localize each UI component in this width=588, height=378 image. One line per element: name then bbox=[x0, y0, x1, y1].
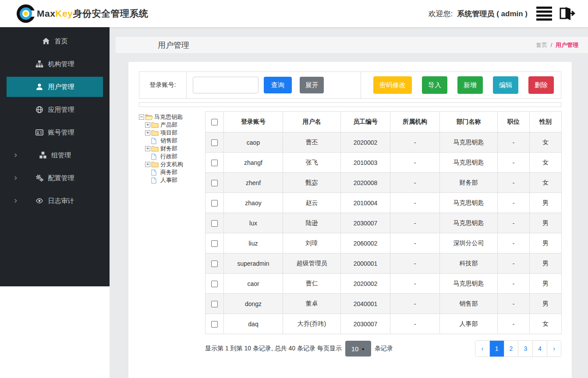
next-page-button[interactable]: › bbox=[547, 341, 561, 357]
tree-spacer bbox=[145, 138, 150, 143]
main-content: 用户管理 首页 / 用户管理 登录账号: 查询 展开 密码修改导入新增编辑删除 bbox=[110, 27, 588, 378]
login-account-input[interactable] bbox=[193, 77, 259, 93]
tree-expander-plus-icon[interactable]: + bbox=[145, 146, 150, 151]
sidebar-item-label: 账号管理 bbox=[48, 128, 74, 137]
tree-node-label[interactable]: 项目部 bbox=[160, 129, 177, 137]
tree-node[interactable]: 商务部 bbox=[139, 168, 205, 176]
tree-expander-plus-icon[interactable]: + bbox=[145, 122, 150, 128]
expand-button[interactable]: 展开 bbox=[300, 77, 324, 93]
organization-tree: −马克思钥匙+产品部+项目部销售部+财务部行政部+分支机构商务部人事部 bbox=[139, 111, 205, 357]
column-header: 员工编号 bbox=[341, 112, 390, 132]
row-checkbox[interactable] bbox=[211, 139, 218, 146]
page-button-4[interactable]: 4 bbox=[532, 341, 547, 357]
row-checkbox[interactable] bbox=[211, 180, 218, 186]
table-cell: dongz bbox=[224, 294, 283, 314]
row-checkbox[interactable] bbox=[211, 160, 218, 166]
prev-page-button[interactable]: ‹ bbox=[475, 341, 489, 357]
cubes-icon bbox=[39, 151, 47, 160]
tree-node-label[interactable]: 销售部 bbox=[160, 137, 177, 145]
breadcrumb-home-link[interactable]: 首页 bbox=[536, 42, 547, 48]
tree-expander-minus-icon[interactable]: − bbox=[139, 114, 144, 120]
table-cell: 科技部 bbox=[440, 253, 498, 274]
tree-expander-plus-icon[interactable]: + bbox=[145, 130, 150, 136]
tree-node-label[interactable]: 产品部 bbox=[160, 121, 177, 129]
table-cell: 男 bbox=[530, 294, 562, 314]
table-cell: zhenf bbox=[224, 173, 283, 193]
logout-icon[interactable] bbox=[557, 4, 576, 23]
column-header: 职位 bbox=[498, 112, 530, 132]
tree-expander-plus-icon[interactable]: + bbox=[145, 162, 150, 167]
tree-node-label[interactable]: 行政部 bbox=[160, 153, 177, 160]
table-cell: - bbox=[390, 213, 440, 233]
sidebar-item-7[interactable]: 日志审计 bbox=[7, 191, 103, 211]
row-checkbox[interactable] bbox=[211, 281, 218, 287]
sidebar-item-4[interactable]: 账号管理 bbox=[7, 122, 103, 143]
user-icon bbox=[35, 83, 44, 91]
table-cell: 2030007 bbox=[341, 314, 390, 334]
row-checkbox[interactable] bbox=[211, 240, 218, 247]
tree-node[interactable]: +项目部 bbox=[139, 129, 205, 137]
page-button-1[interactable]: 1 bbox=[489, 341, 504, 357]
table-cell: - bbox=[498, 314, 530, 334]
tree-node-label[interactable]: 马克思钥匙 bbox=[154, 113, 183, 121]
row-checkbox[interactable] bbox=[211, 301, 218, 307]
menu-toggle-icon[interactable] bbox=[536, 7, 552, 21]
table-cell: 深圳分公司 bbox=[440, 233, 498, 253]
table-cell: 2020008 bbox=[341, 173, 390, 193]
action-button-warning[interactable]: 密码修改 bbox=[373, 76, 412, 94]
row-checkbox[interactable] bbox=[211, 220, 218, 227]
page-size-dropdown[interactable]: 10 ▲ bbox=[345, 341, 371, 357]
row-checkbox[interactable] bbox=[211, 260, 218, 267]
sidebar-item-3[interactable]: 应用管理 bbox=[7, 100, 103, 120]
tree-node[interactable]: +产品部 bbox=[139, 121, 205, 129]
tree-node-label[interactable]: 财务部 bbox=[160, 145, 177, 153]
page-size-value: 10 bbox=[351, 345, 359, 353]
select-all-checkbox[interactable] bbox=[211, 119, 218, 125]
tree-node-label[interactable]: 分支机构 bbox=[160, 160, 183, 168]
tree-node[interactable]: −马克思钥匙 bbox=[139, 113, 205, 121]
folder-icon bbox=[151, 161, 159, 168]
tree-node-label[interactable]: 商务部 bbox=[160, 168, 177, 176]
current-user: 系统管理员 ( admin ) bbox=[457, 9, 528, 19]
sidebar-item-2[interactable]: 用户管理 bbox=[7, 77, 103, 97]
home-icon bbox=[42, 37, 50, 46]
tree-node[interactable]: +分支机构 bbox=[139, 160, 205, 168]
record-summary: 显示第 1 到第 10 条记录, 总共 40 条记录 每页显示 10 ▲ 条记录 bbox=[205, 341, 393, 357]
tree-node[interactable]: 人事部 bbox=[139, 176, 205, 184]
sidebar-item-1[interactable]: 机构管理 bbox=[7, 54, 103, 74]
column-header: 性别 bbox=[530, 112, 562, 132]
page-button-2[interactable]: 2 bbox=[504, 341, 518, 357]
sidebar-item-0[interactable]: 首页 bbox=[7, 31, 103, 51]
login-account-label: 登录账号: bbox=[150, 81, 176, 89]
table-cell: lux bbox=[224, 213, 283, 233]
search-toolbar: 登录账号: 查询 展开 密码修改导入新增编辑删除 bbox=[139, 71, 561, 99]
table-cell: - bbox=[498, 233, 530, 253]
brand-title: MaxKey身份安全管理系统 bbox=[37, 7, 148, 20]
breadcrumb: 首页 / 用户管理 bbox=[536, 41, 578, 49]
query-button[interactable]: 查询 bbox=[264, 77, 292, 93]
action-button-danger[interactable]: 删除 bbox=[528, 76, 554, 94]
advanced-search-collapsed-strip bbox=[139, 102, 561, 107]
row-checkbox[interactable] bbox=[211, 200, 218, 207]
folder-icon bbox=[151, 146, 159, 152]
table-cell: 甄宓 bbox=[283, 173, 341, 193]
table-row: daq大乔(乔玮)2030007-人事部-女 bbox=[205, 314, 562, 334]
action-button-success[interactable]: 新增 bbox=[457, 76, 483, 94]
table-cell: 2000001 bbox=[341, 253, 390, 274]
table-cell: 刘璋 bbox=[283, 233, 341, 253]
tree-node[interactable]: 行政部 bbox=[139, 153, 205, 160]
table-cell: - bbox=[498, 274, 530, 294]
file-icon bbox=[151, 138, 159, 144]
tree-node[interactable]: 销售部 bbox=[139, 137, 205, 145]
file-icon bbox=[151, 169, 159, 176]
action-button-info[interactable]: 编辑 bbox=[493, 76, 518, 94]
sidebar-item-6[interactable]: 配置管理 bbox=[7, 168, 103, 188]
action-button-success[interactable]: 导入 bbox=[422, 76, 447, 94]
chevron-right-icon bbox=[13, 176, 18, 181]
table-row: dongz董卓2040001-销售部-男 bbox=[205, 294, 562, 314]
row-checkbox[interactable] bbox=[211, 321, 218, 328]
page-button-3[interactable]: 3 bbox=[518, 341, 532, 357]
tree-node[interactable]: +财务部 bbox=[139, 145, 205, 153]
tree-node-label[interactable]: 人事部 bbox=[160, 176, 177, 184]
sidebar-item-5[interactable]: 组管理 bbox=[7, 145, 103, 165]
